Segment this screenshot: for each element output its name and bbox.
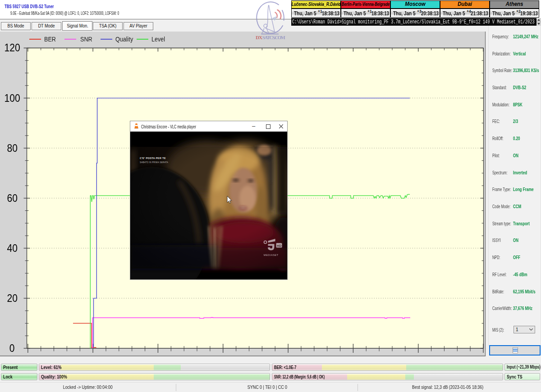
svg-text:C'E' POSTA PER TE: C'E' POSTA PER TE xyxy=(140,157,166,160)
svg-text:DX: DX xyxy=(256,35,262,40)
svg-text:SABATO IN PRIMA SERATA: SABATO IN PRIMA SERATA xyxy=(140,161,169,164)
svg-text:MEDIASET: MEDIASET xyxy=(264,254,279,256)
svg-text:SATCS.COM: SATCS.COM xyxy=(262,35,286,40)
svg-text:HD: HD xyxy=(277,244,281,247)
